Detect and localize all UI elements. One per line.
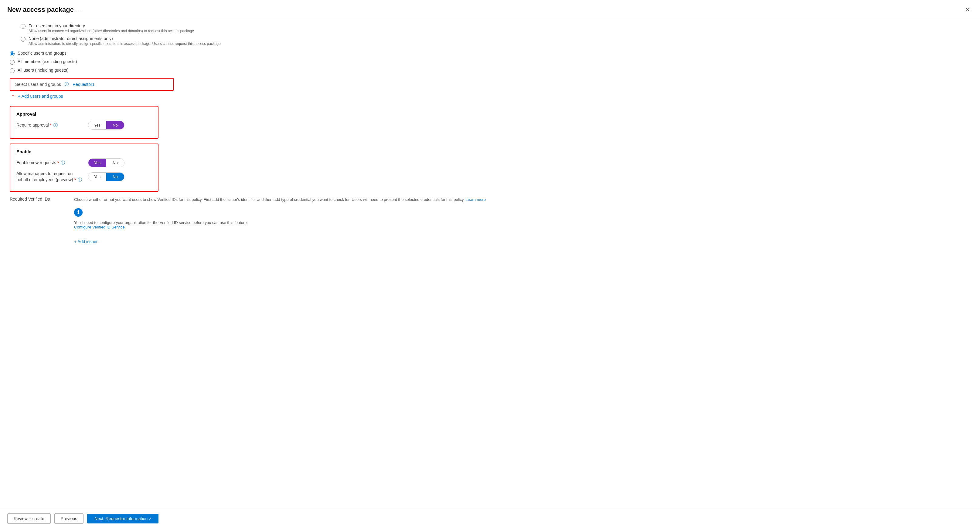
configure-msg: You'll need to configure your organizati…	[74, 220, 970, 229]
enable-section-title: Enable	[16, 149, 152, 154]
enable-info-icon[interactable]: ⓘ	[61, 160, 65, 165]
require-approval-no-btn[interactable]: No	[106, 121, 124, 129]
all-members-label: All members (excluding guests)	[18, 59, 77, 64]
top-radio-group: For users not in your directory Allow us…	[10, 23, 970, 46]
previous-button[interactable]: Previous	[54, 514, 83, 524]
dialog-body: For users not in your directory Allow us…	[0, 17, 980, 509]
next-button[interactable]: Next: Requestor Information >	[87, 514, 159, 523]
radio-all-users[interactable]: All users (including guests)	[10, 68, 970, 73]
select-users-field[interactable]: Select users and groups ⓘ Requestor1	[10, 78, 173, 91]
configure-verified-id-link[interactable]: Configure Verified ID Service	[74, 225, 125, 229]
allow-managers-info-icon[interactable]: ⓘ	[78, 177, 82, 182]
dialog-title: New access package	[7, 6, 74, 14]
allow-managers-yes-btn[interactable]: Yes	[88, 173, 106, 181]
enable-new-requests-row: Enable new requests * ⓘ Yes No	[16, 159, 152, 167]
require-approval-toggle[interactable]: Yes No	[88, 121, 124, 130]
allow-managers-label: Allow managers to request on behalf of e…	[16, 171, 83, 183]
radio-not-in-directory[interactable]: For users not in your directory Allow us…	[11, 23, 970, 33]
radio-none-admin[interactable]: None (administrator direct assignments o…	[11, 36, 970, 46]
enable-new-requests-label: Enable new requests * ⓘ	[16, 160, 83, 166]
add-issuer-button[interactable]: + Add issuer	[74, 239, 97, 244]
scope-radio-group: Specific users and groups All members (e…	[10, 51, 970, 73]
dialog-menu-dots[interactable]: ···	[77, 7, 81, 13]
dialog-header: New access package ··· ✕	[0, 0, 980, 17]
none-admin-label: None (administrator direct assignments o…	[29, 36, 221, 41]
allow-managers-row: Allow managers to request on behalf of e…	[16, 171, 152, 183]
require-approval-yes-btn[interactable]: Yes	[88, 121, 106, 129]
radio-specific-users[interactable]: Specific users and groups	[10, 51, 970, 56]
verified-ids-label: Required Verified IDs	[10, 197, 64, 244]
new-access-package-dialog: New access package ··· ✕ For users not i…	[0, 0, 980, 528]
allow-managers-no-btn[interactable]: No	[106, 173, 124, 181]
dialog-footer: Review + create Previous Next: Requestor…	[0, 509, 980, 528]
add-issuer-container: + Add issuer	[74, 234, 970, 244]
verified-ids-desc: Choose whether or not you want users to …	[74, 197, 970, 203]
radio-all-members[interactable]: All members (excluding guests)	[10, 59, 970, 65]
approval-section-title: Approval	[16, 111, 152, 117]
required-star-add: *	[12, 94, 14, 98]
add-users-container: * + Add users and groups	[12, 94, 970, 98]
enable-star: *	[57, 160, 59, 165]
enable-new-requests-toggle[interactable]: Yes No	[88, 159, 124, 167]
require-approval-label: Require approval * ⓘ	[16, 123, 83, 128]
not-in-directory-desc: Allow users in connected organizations (…	[29, 29, 194, 33]
allow-managers-toggle[interactable]: Yes No	[88, 172, 124, 181]
none-admin-desc: Allow administrators to directly assign …	[29, 41, 221, 46]
add-users-link[interactable]: + Add users and groups	[18, 94, 63, 98]
specific-users-label: Specific users and groups	[18, 51, 67, 55]
require-approval-star: *	[50, 123, 52, 127]
learn-more-link[interactable]: Learn more	[466, 197, 486, 202]
select-field-label: Select users and groups	[15, 82, 61, 87]
enable-new-requests-yes-btn[interactable]: Yes	[88, 159, 106, 167]
enable-new-requests-no-btn[interactable]: No	[106, 159, 124, 167]
not-in-directory-label: For users not in your directory	[29, 23, 194, 28]
review-create-button[interactable]: Review + create	[7, 514, 51, 524]
info-circle-icon: ℹ	[74, 208, 83, 217]
select-field-info-icon[interactable]: ⓘ	[65, 82, 69, 87]
allow-managers-star: *	[75, 177, 76, 182]
require-approval-info-icon[interactable]: ⓘ	[53, 123, 58, 127]
enable-section: Enable Enable new requests * ⓘ Yes No Al…	[10, 144, 159, 192]
select-field-value: Requestor1	[73, 82, 94, 87]
verified-ids-content: Choose whether or not you want users to …	[74, 197, 970, 244]
require-approval-row: Require approval * ⓘ Yes No	[16, 121, 152, 130]
close-button[interactable]: ✕	[963, 5, 973, 14]
all-users-label: All users (including guests)	[18, 68, 68, 73]
approval-section: Approval Require approval * ⓘ Yes No	[10, 106, 159, 139]
verified-ids-section: Required Verified IDs Choose whether or …	[10, 197, 970, 244]
